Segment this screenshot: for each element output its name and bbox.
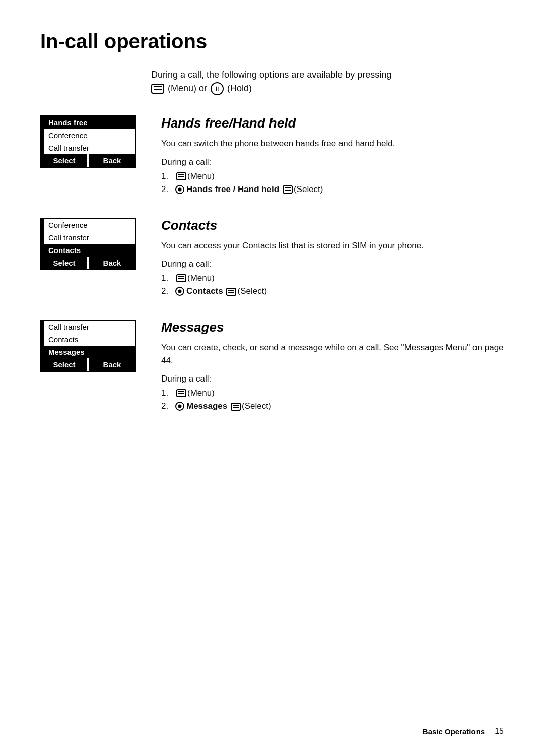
menu-icon-step xyxy=(176,172,186,180)
section-contacts: Conference Call transfer Contacts Select… xyxy=(40,218,504,300)
intro-block: During a call, the following options are… xyxy=(151,68,504,95)
section-contacts-content: Contacts You can access your Contacts li… xyxy=(161,218,504,300)
footer-page: 15 xyxy=(495,727,504,736)
screen-content-2: Conference Call transfer Contacts xyxy=(44,219,135,257)
step-1-2: 2. Hands free / Hand held (Select) xyxy=(161,184,504,195)
softkey-back: Back xyxy=(89,154,135,167)
desc-contacts: You can access your Contacts list that i… xyxy=(161,239,504,253)
screen-content: Hands free Conference Call transfer xyxy=(44,116,135,154)
phone-screen-box-2: Conference Call transfer Contacts Select… xyxy=(40,218,136,270)
softkey-back-3: Back xyxy=(89,358,135,371)
softkey-back-2: Back xyxy=(89,257,135,269)
phone-screen-contacts: Conference Call transfer Contacts Select… xyxy=(40,218,146,300)
bullet-icon-2 xyxy=(175,287,184,296)
softkey-select: Select xyxy=(41,154,87,167)
step-1-1: 1. (Menu) xyxy=(161,171,504,181)
hold-icon xyxy=(211,82,224,95)
step-2-2: 2. Contacts (Select) xyxy=(161,286,504,296)
menu-icon-step-3 xyxy=(176,274,186,282)
step-2-1: 1. (Menu) xyxy=(161,273,504,283)
during-call-3: During a call: xyxy=(161,374,504,384)
menu-icon-step4 xyxy=(226,288,236,296)
menu-item-contacts: Contacts xyxy=(44,244,135,257)
intro-hold-label: (Hold) xyxy=(227,83,252,93)
section-messages-content: Messages You can create, check, or send … xyxy=(161,320,504,414)
menu-icon xyxy=(151,84,164,94)
footer-section: Basic Operations xyxy=(423,727,485,736)
during-call-2: During a call: xyxy=(161,259,504,269)
screen-content-3: Call transfer Contacts Messages xyxy=(44,321,135,358)
menu-item-call-transfer: Call transfer xyxy=(44,142,135,154)
heading-hands-free: Hands free/Hand held xyxy=(161,115,504,131)
desc-hands-free: You can switch the phone between hands f… xyxy=(161,137,504,150)
heading-contacts: Contacts xyxy=(161,218,504,233)
step-3-2: 2. Messages (Select) xyxy=(161,401,504,411)
menu-item-messages: Messages xyxy=(44,346,135,358)
during-call-1: During a call: xyxy=(161,157,504,167)
softkeys-2: Select Back xyxy=(41,257,135,269)
intro-line1: During a call, the following options are… xyxy=(151,70,391,80)
steps-hands-free: 1. (Menu) 2. Hands free / Hand held (Sel… xyxy=(161,171,504,195)
bullet-icon-3 xyxy=(175,402,184,411)
softkeys: Select Back xyxy=(41,154,135,167)
phone-screen-box: Hands free Conference Call transfer Sele… xyxy=(40,115,136,168)
menu-icon-step6 xyxy=(231,403,241,411)
menu-item-conference-2: Conference xyxy=(44,219,135,231)
phone-screen-hands-free: Hands free Conference Call transfer Sele… xyxy=(40,115,146,198)
menu-item-contacts-3: Contacts xyxy=(44,333,135,346)
menu-item-hands-free: Hands free xyxy=(44,116,135,129)
heading-messages: Messages xyxy=(161,320,504,335)
section-hands-free-content: Hands free/Hand held You can switch the … xyxy=(161,115,504,198)
phone-screen-messages: Call transfer Contacts Messages Select B… xyxy=(40,320,146,414)
footer: Basic Operations 15 xyxy=(423,727,504,736)
steps-messages: 1. (Menu) 2. Messages (Select) xyxy=(161,388,504,411)
menu-icon-step-5 xyxy=(176,389,186,397)
softkey-select-2: Select xyxy=(41,257,87,269)
menu-item-call-transfer-3: Call transfer xyxy=(44,321,135,333)
desc-messages: You can create, check, or send a message… xyxy=(161,341,504,367)
menu-item-conference: Conference xyxy=(44,129,135,142)
softkeys-3: Select Back xyxy=(41,358,135,371)
bullet-icon xyxy=(175,185,184,194)
section-messages: Call transfer Contacts Messages Select B… xyxy=(40,320,504,414)
steps-contacts: 1. (Menu) 2. Contacts (Select) xyxy=(161,273,504,296)
page-title: In-call operations xyxy=(40,30,504,53)
menu-item-call-transfer-2: Call transfer xyxy=(44,231,135,244)
softkey-select-3: Select xyxy=(41,358,87,371)
intro-menu-label: (Menu) or xyxy=(168,83,210,93)
menu-icon-step2 xyxy=(283,185,293,194)
phone-screen-box-3: Call transfer Contacts Messages Select B… xyxy=(40,320,136,372)
section-hands-free: Hands free Conference Call transfer Sele… xyxy=(40,115,504,198)
step-3-1: 1. (Menu) xyxy=(161,388,504,398)
